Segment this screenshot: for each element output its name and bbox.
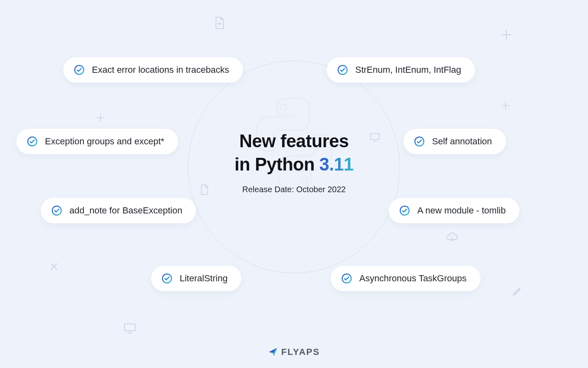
svg-point-0	[280, 104, 286, 110]
check-icon	[74, 65, 85, 75]
check-icon	[51, 205, 62, 216]
file-icon	[200, 184, 209, 195]
monitor-icon	[370, 133, 380, 142]
title-version: 3.11	[319, 155, 354, 175]
feature-label: LiteralString	[180, 273, 227, 284]
close-icon	[49, 262, 59, 272]
file-plus-icon	[214, 16, 225, 29]
brand-logo: FLYAPS	[268, 347, 320, 357]
subtitle: Release Date: October 2022	[188, 185, 400, 195]
center-heading: New features in Python 3.11 Release Date…	[188, 129, 400, 194]
feature-pill-tomlib: A new module - tomlib	[389, 198, 519, 223]
feature-label: add_note for BaseException	[69, 205, 182, 216]
cloud-download-icon	[445, 232, 458, 243]
pencil-icon	[512, 286, 522, 297]
check-icon	[414, 136, 425, 147]
title-line1: New features	[239, 131, 349, 151]
feature-pill-taskgroups: Asynchronous TaskGroups	[331, 266, 481, 291]
feature-pill-strenum: StrEnum, IntEnum, IntFlag	[327, 57, 475, 83]
feature-label: StrEnum, IntEnum, IntFlag	[355, 65, 461, 75]
brand-text: FLYAPS	[281, 347, 320, 357]
feature-pill-literalstring: LiteralString	[151, 266, 241, 291]
feature-label: Asynchronous TaskGroups	[359, 273, 467, 284]
check-icon	[341, 273, 352, 284]
check-icon	[399, 205, 410, 216]
paper-plane-icon	[268, 347, 278, 357]
monitor-icon	[124, 323, 136, 334]
svg-rect-10	[125, 324, 135, 331]
feature-pill-add-note: add_note for BaseException	[41, 198, 196, 223]
title-line2a: in Python	[234, 155, 319, 175]
plus-icon	[500, 29, 512, 41]
check-icon	[162, 273, 172, 284]
feature-label: Self annotation	[432, 136, 492, 147]
feature-pill-tracebacks: Exact error locations in tracebacks	[63, 57, 243, 83]
feature-pill-self-annotation: Self annotation	[403, 129, 506, 154]
title: New features in Python 3.11	[188, 129, 400, 176]
feature-label: Exception groups and except*	[45, 136, 164, 147]
feature-label: A new module - tomlib	[417, 205, 506, 216]
feature-label: Exact error locations in tracebacks	[92, 65, 229, 75]
feature-pill-exception-groups: Exception groups and except*	[16, 129, 178, 154]
plus-icon	[500, 100, 511, 111]
plus-icon	[95, 112, 106, 123]
check-icon	[27, 136, 38, 147]
svg-rect-11	[370, 134, 379, 139]
check-icon	[337, 65, 348, 75]
